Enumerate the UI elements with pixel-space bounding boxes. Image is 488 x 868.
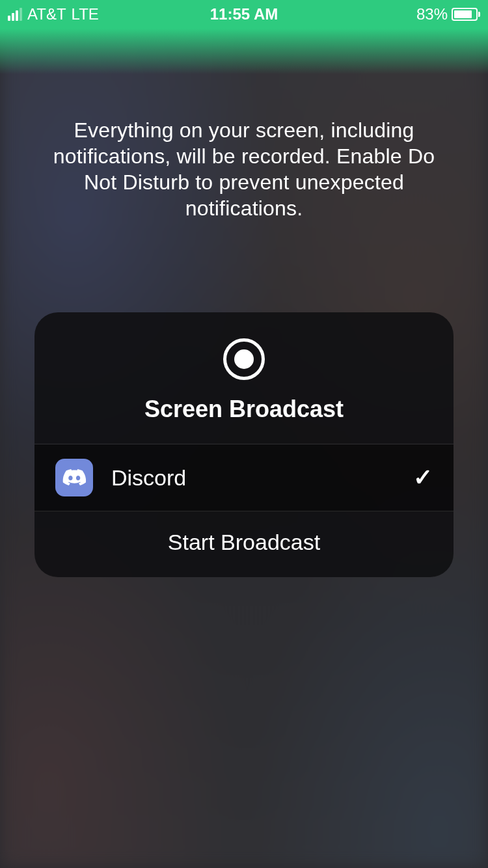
discord-logo-svg	[62, 468, 87, 487]
signal-icon	[8, 8, 22, 21]
status-left: AT&T LTE	[8, 5, 99, 23]
status-time: 11:55 AM	[210, 5, 278, 23]
carrier-label: AT&T	[27, 5, 66, 23]
broadcast-card: Screen Broadcast Discord ✓ Start Broadca…	[34, 312, 454, 577]
app-option-label: Discord	[111, 465, 395, 491]
broadcast-title: Screen Broadcast	[144, 396, 344, 423]
status-right: 83%	[416, 5, 480, 23]
record-icon	[223, 338, 265, 380]
warning-text: Everything on your screen, including not…	[0, 117, 488, 221]
main-content: Everything on your screen, including not…	[0, 0, 488, 868]
broadcast-header: Screen Broadcast	[34, 312, 454, 444]
start-broadcast-button[interactable]: Start Broadcast	[34, 511, 454, 577]
app-option-discord[interactable]: Discord ✓	[34, 444, 454, 511]
network-label: LTE	[72, 5, 99, 23]
status-bar: AT&T LTE 11:55 AM 83%	[0, 0, 488, 29]
checkmark-icon: ✓	[413, 464, 433, 491]
battery-icon	[452, 8, 480, 21]
status-bar-fade	[0, 29, 488, 74]
battery-percent: 83%	[416, 5, 448, 23]
discord-icon	[55, 459, 93, 496]
